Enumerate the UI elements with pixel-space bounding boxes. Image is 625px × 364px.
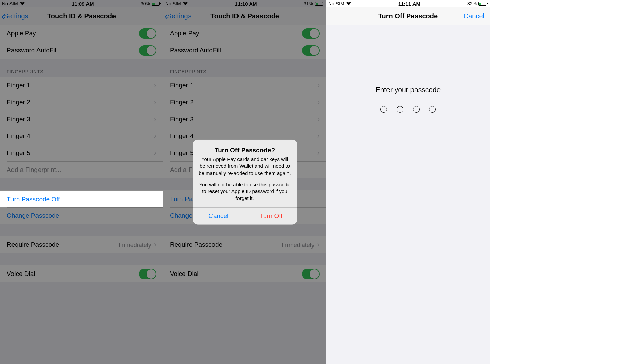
fingerprint-label: Finger 2 [7, 99, 30, 106]
apple-pay-label: Apple Pay [7, 30, 36, 37]
wifi-icon [346, 2, 351, 6]
apple-pay-row: Apple Pay [0, 25, 163, 42]
fingerprint-row[interactable]: Finger 4› [0, 128, 163, 145]
fingerprint-row[interactable]: Finger 3› [0, 111, 163, 128]
status-bar: No SIM 11:11 AM 32% [326, 0, 490, 7]
navbar: Turn Off Passcode Cancel [326, 7, 490, 25]
voice-dial-label: Voice Dial [7, 270, 35, 278]
navbar: ‹ Settings Touch ID & Passcode [0, 7, 163, 25]
status-bar: No SIM 11:09 AM 30% [0, 0, 163, 7]
alert-turn-off-label: Turn Off [259, 212, 283, 219]
password-autofill-row: Password AutoFill [0, 42, 163, 59]
chevron-right-icon: › [154, 149, 156, 157]
status-time: 11:11 AM [398, 1, 420, 7]
status-time: 11:09 AM [72, 1, 94, 7]
alert-cancel-label: Cancel [208, 212, 228, 219]
turn-passcode-off-highlighted[interactable]: Turn Passcode Off [0, 191, 163, 207]
battery-icon [478, 2, 488, 6]
alert-message-line: You will not be able to use this passcod… [199, 181, 291, 202]
change-passcode-row[interactable]: Change Passcode [0, 207, 163, 224]
passcode-dots [326, 106, 490, 113]
fingerprint-label: Finger 5 [7, 149, 30, 157]
passcode-dot [429, 106, 436, 113]
voice-dial-row: Voice Dial [0, 265, 163, 282]
chevron-right-icon: › [154, 115, 156, 124]
turn-off-passcode-alert: Turn Off Passcode? Your Apple Pay cards … [193, 140, 297, 225]
fingerprint-label: Finger 4 [7, 132, 30, 140]
voice-dial-toggle[interactable] [139, 269, 156, 279]
back-label: Settings [4, 12, 28, 20]
screenshot-step-1: No SIM 11:09 AM 30% ‹ Settings Touch ID … [0, 0, 163, 364]
fingerprint-row[interactable]: Finger 5› [0, 145, 163, 161]
add-fingerprint-row[interactable]: Add a Fingerprint... [0, 161, 163, 178]
alert-turn-off-button[interactable]: Turn Off [245, 207, 297, 224]
chevron-right-icon: › [154, 240, 156, 249]
password-autofill-toggle[interactable] [139, 45, 156, 56]
battery-icon [152, 2, 161, 6]
cancel-button[interactable]: Cancel [464, 12, 484, 20]
battery-percent: 30% [141, 1, 150, 6]
carrier-label: No SIM [328, 1, 344, 6]
carrier-label: No SIM [2, 1, 18, 6]
alert-message: Your Apple Pay cards and car keys will b… [199, 156, 291, 202]
battery-percent: 32% [467, 1, 477, 6]
require-passcode-value: Immediately [119, 242, 151, 249]
passcode-dot [380, 106, 387, 113]
alert-message-line: Your Apple Pay cards and car keys will b… [199, 156, 291, 177]
require-passcode-label: Require Passcode [7, 241, 59, 249]
cancel-label: Cancel [464, 12, 484, 20]
change-passcode-label: Change Passcode [7, 212, 59, 219]
passcode-prompt: Enter your passcode [326, 86, 490, 94]
password-autofill-label: Password AutoFill [7, 47, 58, 54]
back-button[interactable]: ‹ Settings [1, 11, 28, 21]
fingerprint-label: Finger 1 [7, 82, 30, 89]
screenshot-step-3: No SIM 11:11 AM 32% Turn Off Passcode Ca… [326, 0, 490, 364]
alert-title: Turn Off Passcode? [199, 147, 291, 154]
add-fingerprint-label: Add a Fingerprint... [7, 166, 61, 174]
passcode-dot [413, 106, 420, 113]
chevron-right-icon: › [154, 132, 156, 140]
page-title: Touch ID & Passcode [47, 12, 116, 20]
fingerprint-row[interactable]: Finger 2› [0, 94, 163, 111]
apple-pay-toggle[interactable] [139, 28, 156, 39]
chevron-right-icon: › [154, 98, 156, 107]
fingerprints-header: FINGERPRINTS [0, 59, 163, 77]
chevron-right-icon: › [154, 81, 156, 90]
alert-cancel-button[interactable]: Cancel [193, 207, 245, 224]
fingerprint-label: Finger 3 [7, 115, 30, 123]
screenshot-step-2: No SIM 11:10 AM 31% ‹ Settings Touch ID … [163, 0, 326, 364]
wifi-icon [20, 2, 25, 6]
require-passcode-row[interactable]: Require Passcode Immediately› [0, 236, 163, 253]
fingerprint-row[interactable]: Finger 1› [0, 77, 163, 94]
passcode-dot [397, 106, 403, 113]
turn-passcode-off-label: Turn Passcode Off [7, 196, 60, 203]
page-title: Turn Off Passcode [378, 12, 438, 20]
